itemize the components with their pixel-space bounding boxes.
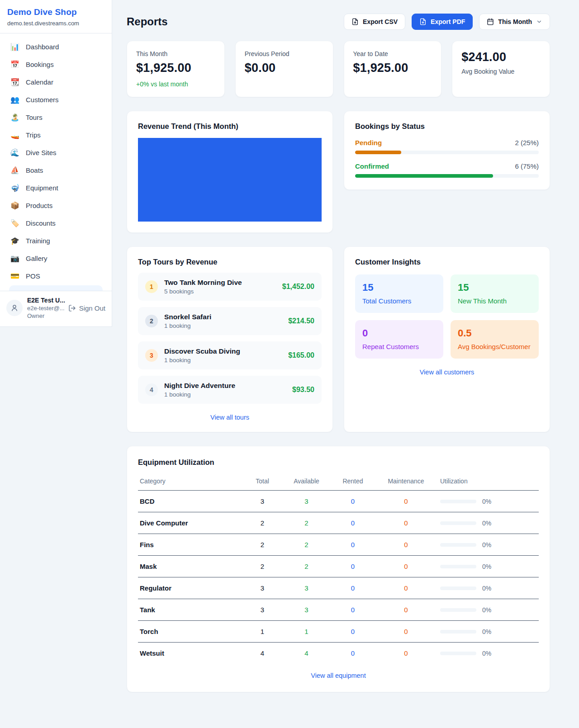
sidebar-item-equipment[interactable]: 🤿 Equipment (5, 179, 107, 197)
graduation-cap-icon: 🎓 (10, 236, 20, 245)
user-name: E2E Test U... (27, 297, 64, 304)
cell-category: BCD (138, 491, 242, 512)
sidebar-item-label: Training (26, 237, 50, 245)
sidebar-item-customers[interactable]: 👥 Customers (5, 91, 107, 109)
cell-maintenance: 0 (375, 643, 437, 664)
sign-out-button[interactable]: Sign Out (68, 304, 105, 312)
period-select[interactable]: This Month (479, 14, 550, 30)
cell-rented: 0 (330, 643, 375, 664)
equipment-utilization-card: Equipment Utilization Category Total Ava… (127, 446, 550, 692)
tour-bookings: 1 booking (164, 357, 240, 364)
table-row: Tank 3 3 0 0 0% (138, 599, 539, 621)
tour-revenue: $93.50 (292, 386, 314, 394)
tour-revenue: $214.50 (288, 317, 314, 325)
sidebar-item-boats[interactable]: ⛵ Boats (5, 161, 107, 179)
sidebar-item-training[interactable]: 🎓 Training (5, 232, 107, 250)
stat-card-avg-booking-value: $241.00 Avg Booking Value (452, 41, 550, 97)
table-row: BCD 3 3 0 0 0% (138, 491, 539, 512)
tour-list-item[interactable]: 2 Snorkel Safari 1 booking $214.50 (138, 307, 322, 335)
tour-bookings: 1 booking (164, 322, 211, 329)
tour-revenue: $165.00 (288, 351, 314, 359)
status-row-confirmed: Confirmed 6 (75%) (355, 162, 539, 178)
sidebar-item-gallery[interactable]: 📷 Gallery (5, 250, 107, 267)
diving-mask-icon: 🤿 (10, 184, 20, 192)
table-row: Dive Computer 2 2 0 0 0% (138, 512, 539, 534)
shop-name: Demo Dive Shop (7, 7, 104, 17)
rank-badge: 4 (145, 383, 158, 396)
customer-insights-title: Customer Insights (355, 258, 539, 266)
sidebar-item-bookings[interactable]: 📅 Bookings (5, 56, 107, 73)
insight-label: Repeat Customers (362, 343, 436, 350)
sidebar-item-products[interactable]: 📦 Products (5, 197, 107, 214)
export-csv-button[interactable]: Export CSV (344, 14, 405, 30)
cell-available: 3 (283, 491, 330, 512)
export-csv-label: Export CSV (363, 18, 398, 25)
sidebar-item-trips[interactable]: 🚤 Trips (5, 126, 107, 144)
cell-total: 2 (242, 534, 283, 556)
page-header: Reports Export CSV Export PDF (127, 14, 550, 30)
cell-utilization: 0% (437, 556, 539, 577)
sidebar-item-discounts[interactable]: 🏷️ Discounts (5, 214, 107, 232)
utilization-bar (440, 565, 476, 568)
sidebar-item-label: Trips (26, 131, 41, 139)
header-actions: Export CSV Export PDF This Month (344, 14, 550, 30)
sidebar-item-calendar[interactable]: 📆 Calendar (5, 73, 107, 91)
main-content: Reports Export CSV Export PDF (112, 0, 579, 692)
sign-out-label: Sign Out (79, 304, 105, 312)
stat-value: $241.00 (461, 50, 541, 64)
tour-name: Discover Scuba Diving (164, 347, 240, 355)
cell-maintenance: 0 (375, 512, 437, 534)
shop-domain: demo.test.divestreams.com (7, 20, 104, 27)
tour-list-item[interactable]: 1 Two Tank Morning Dive 5 bookings $1,45… (138, 273, 322, 301)
stat-value: $1,925.00 (136, 61, 215, 75)
insight-label: Avg Bookings/Customer (458, 343, 532, 350)
stat-label: Previous Period (245, 50, 324, 57)
insight-new-this-month: 15 New This Month (451, 274, 539, 313)
view-all-equipment-link[interactable]: View all equipment (138, 672, 539, 679)
cell-rented: 0 (330, 491, 375, 512)
view-all-tours-link[interactable]: View all tours (138, 414, 322, 421)
cell-maintenance: 0 (375, 556, 437, 577)
utilization-pct: 0% (482, 520, 491, 527)
revenue-trend-card: Revenue Trend (This Month) (127, 111, 333, 233)
col-rented: Rented (330, 475, 375, 491)
speedboat-icon: 🚤 (10, 131, 20, 139)
sidebar-item-pos[interactable]: 💳 POS (5, 267, 107, 285)
tour-list-item[interactable]: 3 Discover Scuba Diving 1 booking $165.0… (138, 341, 322, 369)
sidebar-item-label: Customers (26, 96, 59, 104)
cell-available: 2 (283, 556, 330, 577)
cell-total: 1 (242, 621, 283, 643)
sidebar-item-dive-sites[interactable]: 🌊 Dive Sites (5, 144, 107, 161)
tour-bookings: 5 bookings (164, 288, 242, 295)
table-row: Fins 2 2 0 0 0% (138, 534, 539, 556)
avatar (6, 300, 23, 316)
file-download-icon (419, 18, 427, 25)
sidebar-item-label: POS (26, 272, 40, 280)
cell-available: 4 (283, 643, 330, 664)
export-pdf-button[interactable]: Export PDF (412, 14, 473, 30)
period-label: This Month (498, 18, 532, 25)
cell-maintenance: 0 (375, 534, 437, 556)
utilization-bar (440, 521, 476, 525)
cell-available: 2 (283, 512, 330, 534)
cell-utilization: 0% (437, 512, 539, 534)
package-icon: 📦 (10, 201, 20, 210)
utilization-bar (440, 586, 476, 590)
top-tours-title: Top Tours by Revenue (138, 258, 322, 266)
cell-rented: 0 (330, 577, 375, 599)
tour-list-item[interactable]: 4 Night Dive Adventure 1 booking $93.50 (138, 376, 322, 404)
view-all-customers-link[interactable]: View all customers (355, 369, 539, 376)
sidebar: Demo Dive Shop demo.test.divestreams.com… (0, 0, 112, 327)
cell-rented: 0 (330, 556, 375, 577)
sidebar-item-dashboard[interactable]: 📊 Dashboard (5, 38, 107, 56)
sidebar-item-tours[interactable]: 🏝️ Tours (5, 109, 107, 126)
cell-total: 2 (242, 512, 283, 534)
cell-maintenance: 0 (375, 621, 437, 643)
stat-value: $0.00 (245, 61, 324, 75)
sidebar-item-active-partial[interactable] (9, 285, 103, 291)
cell-category: Wetsuit (138, 643, 242, 664)
col-maintenance: Maintenance (375, 475, 437, 491)
tear-calendar-icon: 📆 (10, 78, 20, 86)
cell-maintenance: 0 (375, 577, 437, 599)
cell-utilization: 0% (437, 491, 539, 512)
